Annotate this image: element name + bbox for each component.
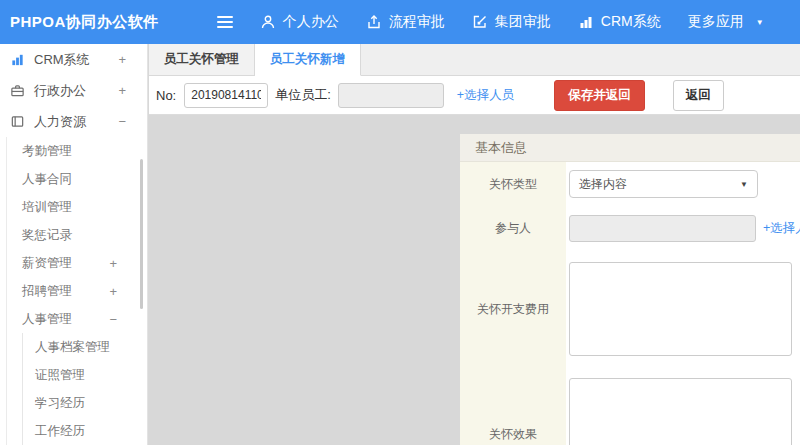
nav-personal-office[interactable]: 个人办公	[260, 13, 339, 31]
sidebar-item-study-history[interactable]: 学习经历	[23, 389, 147, 417]
expand-icon[interactable]: +	[109, 284, 117, 299]
expense-row: 关怀开支费用	[460, 250, 800, 368]
select-person-link[interactable]: +选择人员	[457, 87, 514, 104]
expand-icon[interactable]: +	[109, 256, 117, 271]
person-icon	[260, 14, 276, 30]
briefcase-icon	[9, 82, 26, 99]
sidebar-item-personnel-files[interactable]: 人事档案管理	[23, 333, 147, 361]
employee-label: 单位员工:	[275, 86, 331, 104]
sidebar-item-hr-contract[interactable]: 人事合同	[7, 165, 147, 193]
expand-icon[interactable]: +	[118, 83, 126, 98]
sidebar: CRM系统 + 行政办公 + 人力资源 − 考勤管理 人事合同 培训管理	[0, 44, 148, 445]
selected-value: 选择内容	[570, 176, 740, 193]
sidebar-item-attendance[interactable]: 考勤管理	[7, 137, 147, 165]
sidebar-item-personnel[interactable]: 人事管理 −	[7, 305, 147, 333]
sidebar-item-admin-office[interactable]: 行政办公 +	[0, 75, 147, 106]
expand-icon[interactable]: +	[118, 52, 126, 67]
collapse-icon[interactable]: −	[118, 114, 126, 129]
nav-label: 集团审批	[495, 13, 551, 31]
expense-textarea[interactable]	[569, 262, 792, 356]
nav-label: 更多应用	[688, 13, 744, 31]
app-brand: PHPOA协同办公软件	[10, 13, 159, 32]
collapse-icon[interactable]: −	[109, 312, 117, 327]
section-title: 基本信息	[460, 134, 800, 162]
topbar: PHPOA协同办公软件 个人办公 流程审批 集团审批	[0, 0, 800, 44]
effect-row: 关怀效果	[460, 368, 800, 445]
participant-input[interactable]	[569, 215, 756, 242]
sidebar-item-crm[interactable]: CRM系统 +	[0, 44, 147, 75]
select-participant-link[interactable]: +选择人员	[763, 220, 800, 237]
nav-label: CRM系统	[601, 13, 661, 31]
effect-label: 关怀效果	[460, 368, 566, 445]
tab-employee-care-manage[interactable]: 员工关怀管理	[149, 44, 255, 75]
no-input[interactable]	[184, 83, 268, 108]
employee-input[interactable]	[338, 83, 444, 108]
chevron-down-icon[interactable]: ▼	[756, 18, 764, 27]
nav-label: 流程审批	[389, 13, 445, 31]
no-label: No:	[156, 88, 176, 103]
sidebar-item-certificates[interactable]: 证照管理	[23, 361, 147, 389]
nav-workflow-approval[interactable]: 流程审批	[366, 13, 445, 31]
participant-row: 参与人 +选择人员	[460, 206, 800, 250]
edit-icon	[472, 14, 488, 30]
sidebar-item-salary[interactable]: 薪资管理 +	[7, 249, 147, 277]
participant-label: 参与人	[460, 206, 566, 250]
basic-info-panel: 基本信息 关怀类型 选择内容 ▼ 参与人 +选择人员 关怀开支费用 关怀效果	[460, 134, 800, 445]
book-icon	[9, 113, 26, 130]
tab-employee-care-new[interactable]: 员工关怀新增	[255, 44, 361, 76]
bar-chart-icon	[578, 14, 594, 30]
care-type-label: 关怀类型	[460, 162, 566, 206]
toolbar: No: 单位员工: +选择人员 保存并返回 返回	[149, 76, 800, 115]
back-button[interactable]: 返回	[673, 80, 724, 111]
sidebar-item-label: 人力资源	[34, 113, 118, 131]
hr-submenu: 考勤管理 人事合同 培训管理 奖惩记录 薪资管理 + 招聘管理 + 人事管理 −…	[6, 137, 147, 445]
sidebar-item-rewards[interactable]: 奖惩记录	[7, 221, 147, 249]
bar-chart-icon	[9, 51, 26, 68]
nav-label: 个人办公	[283, 13, 339, 31]
sidebar-item-label: CRM系统	[34, 51, 118, 69]
care-type-select[interactable]: 选择内容 ▼	[569, 170, 758, 198]
care-type-row: 关怀类型 选择内容 ▼	[460, 162, 800, 206]
expense-label: 关怀开支费用	[460, 250, 566, 368]
nav-more-apps[interactable]: 更多应用	[688, 13, 744, 31]
save-return-button[interactable]: 保存并返回	[554, 80, 645, 111]
personnel-submenu: 人事档案管理 证照管理 学习经历 工作经历	[22, 333, 147, 445]
sidebar-item-label: 行政办公	[34, 82, 118, 100]
sidebar-scrollbar[interactable]	[140, 159, 143, 309]
nav-group-approval[interactable]: 集团审批	[472, 13, 551, 31]
sidebar-item-training[interactable]: 培训管理	[7, 193, 147, 221]
menu-icon[interactable]	[217, 16, 233, 28]
tabbar: 员工关怀管理 员工关怀新增	[149, 44, 800, 76]
sidebar-item-hr[interactable]: 人力资源 −	[0, 106, 147, 137]
chevron-down-icon: ▼	[740, 180, 748, 189]
effect-textarea[interactable]	[569, 378, 792, 445]
export-icon	[366, 14, 382, 30]
sidebar-item-recruit[interactable]: 招聘管理 +	[7, 277, 147, 305]
sidebar-item-work-history[interactable]: 工作经历	[23, 417, 147, 445]
nav-crm-system[interactable]: CRM系统	[578, 13, 661, 31]
